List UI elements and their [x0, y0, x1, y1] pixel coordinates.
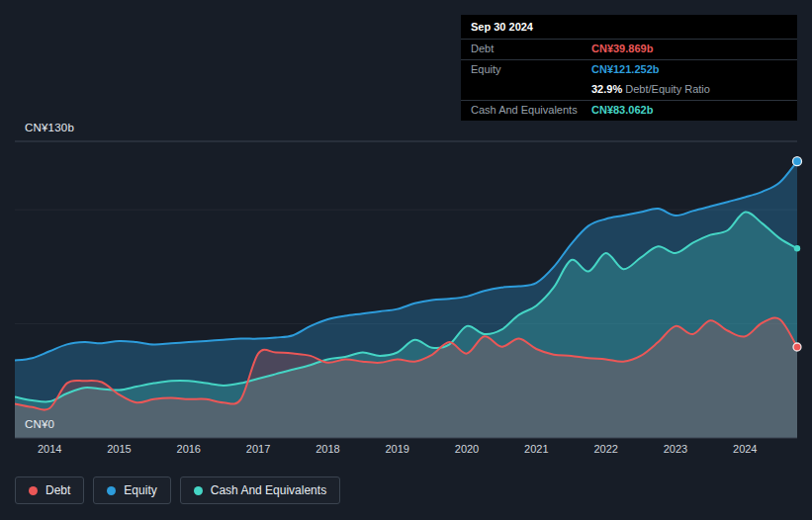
tooltip-ratio-value: 32.9% [591, 83, 622, 95]
x-axis-label-2024: 2024 [725, 443, 765, 455]
tooltip-equity-label: Equity [471, 63, 591, 76]
x-axis-label-2016: 2016 [169, 443, 209, 455]
x-axis-label-2021: 2021 [516, 443, 556, 455]
x-axis-label-2017: 2017 [238, 443, 278, 455]
debt-endpoint-dot [793, 343, 801, 351]
legend-item-equity[interactable]: Equity [93, 477, 170, 504]
x-axis-label-2014: 2014 [30, 443, 69, 455]
tooltip-ratio-row: 32.9% Debt/Equity Ratio [461, 80, 797, 101]
tooltip-ratio-label: Debt/Equity Ratio [625, 83, 710, 95]
y-axis-min-label: CN¥0 [25, 418, 54, 430]
equity-series-dot-icon [107, 486, 116, 495]
tooltip-debt-value: CN¥39.869b [591, 43, 653, 55]
x-axis-label-2020: 2020 [447, 443, 487, 455]
legend-item-debt[interactable]: Debt [15, 477, 84, 504]
x-axis-label-2018: 2018 [308, 443, 347, 455]
series-areas [15, 161, 797, 438]
x-axis: 2014201520162017201820192020202120222023… [0, 443, 812, 459]
cash-endpoint-dot [794, 245, 800, 251]
tooltip-equity-row: Equity CN¥121.252b [461, 60, 797, 80]
debt-series-dot-icon [29, 486, 38, 495]
tooltip-ratio: 32.9% Debt/Equity Ratio [591, 83, 710, 96]
y-axis-max-label: CN¥130b [25, 122, 74, 133]
cash-series-dot-icon [194, 486, 203, 495]
tooltip-debt-row: Debt CN¥39.869b [461, 40, 797, 60]
x-axis-label-2023: 2023 [656, 443, 695, 455]
x-axis-label-2019: 2019 [378, 443, 417, 455]
tooltip-date: Sep 30 2024 [461, 15, 797, 40]
legend: DebtEquityCash And Equivalents [15, 477, 340, 504]
equity-endpoint-dot [793, 157, 802, 166]
chart-tooltip: Sep 30 2024 Debt CN¥39.869b Equity CN¥12… [461, 15, 797, 121]
legend-label-equity: Equity [124, 483, 156, 497]
tooltip-debt-label: Debt [471, 43, 591, 55]
tooltip-cash-label: Cash And Equivalents [471, 104, 591, 117]
x-axis-label-2015: 2015 [99, 443, 138, 455]
legend-item-cash[interactable]: Cash And Equivalents [180, 477, 340, 504]
x-axis-label-2022: 2022 [586, 443, 626, 455]
debt-equity-history-panel: CN¥130b CN¥0 201420152016201720182019202… [0, 0, 812, 520]
tooltip-equity-value: CN¥121.252b [591, 63, 660, 76]
tooltip-cash-value: CN¥83.062b [591, 104, 653, 117]
tooltip-cash-row: Cash And Equivalents CN¥83.062b [461, 101, 797, 121]
legend-label-debt: Debt [45, 483, 70, 497]
legend-label-cash: Cash And Equivalents [211, 483, 326, 497]
